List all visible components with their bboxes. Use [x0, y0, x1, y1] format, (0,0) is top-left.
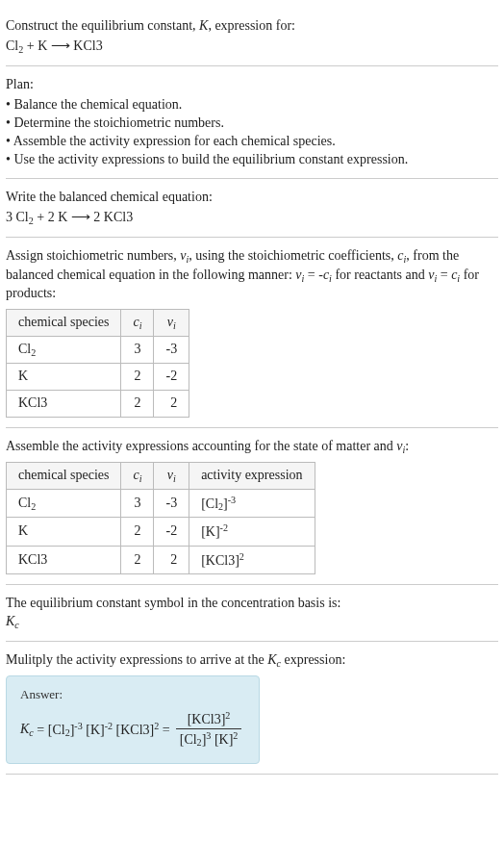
stoich-table: chemical species ci νi Cl2 3 -3 K 2 -2 K… — [6, 309, 189, 418]
cell-ci: 2 — [121, 363, 154, 390]
cell-species: Cl2 — [7, 336, 121, 363]
cell-activity: [Cl2]-3 — [189, 489, 315, 518]
table-row: K 2 -2 [K]-2 — [7, 518, 315, 546]
multiply-section: Mulitply the activity expressions to arr… — [6, 642, 498, 775]
symbol-section: The equilibrium constant symbol in the c… — [6, 585, 498, 642]
symbol-kc: Kc — [6, 613, 498, 631]
cell-species: K — [7, 363, 121, 390]
cell-activity: [KCl3]2 — [189, 546, 315, 573]
cell-vi: -3 — [154, 489, 189, 518]
table-header-row: chemical species ci νi activity expressi… — [7, 462, 315, 489]
answer-fraction: [KCl3]2 [Cl2]3 [K]2 — [176, 709, 242, 750]
col-vi: νi — [154, 462, 189, 489]
cell-vi: -2 — [154, 518, 189, 546]
col-species: chemical species — [7, 462, 121, 489]
cell-species: K — [7, 518, 121, 546]
balanced-section: Write the balanced chemical equation: 3 … — [6, 179, 498, 238]
balanced-equation: 3 Cl2 + 2 K ⟶ 2 KCl3 — [6, 209, 498, 227]
plan-item: Use the activity expressions to build th… — [6, 151, 498, 169]
activity-section: Assemble the activity expressions accoun… — [6, 428, 498, 586]
cell-activity: [K]-2 — [189, 518, 315, 546]
fraction-denominator: [Cl2]3 [K]2 — [176, 729, 242, 750]
table-row: KCl3 2 2 — [7, 390, 189, 417]
fraction-numerator: [KCl3]2 — [176, 709, 242, 729]
col-species: chemical species — [7, 309, 121, 336]
stoich-section: Assign stoichiometric numbers, νi, using… — [6, 238, 498, 427]
col-activity: activity expression — [189, 462, 315, 489]
cell-vi: 2 — [154, 390, 189, 417]
plan-section: Plan: Balance the chemical equation. Det… — [6, 66, 498, 179]
cell-species: Cl2 — [7, 489, 121, 518]
plan-item: Determine the stoichiometric numbers. — [6, 114, 498, 133]
prompt-line: Construct the equilibrium constant, K, e… — [6, 17, 498, 36]
cell-ci: 2 — [121, 518, 154, 546]
cell-ci: 3 — [121, 336, 154, 363]
stoich-intro: Assign stoichiometric numbers, νi, using… — [6, 247, 498, 302]
table-header-row: chemical species ci νi — [7, 309, 189, 336]
cell-ci: 2 — [121, 390, 154, 417]
cell-ci: 3 — [121, 489, 154, 518]
multiply-line: Mulitply the activity expressions to arr… — [6, 651, 498, 670]
cell-species: KCl3 — [7, 390, 121, 417]
cell-vi: -3 — [154, 336, 189, 363]
col-vi: νi — [154, 309, 189, 336]
table-row: K 2 -2 — [7, 363, 189, 390]
balanced-header: Write the balanced chemical equation: — [6, 189, 498, 207]
plan-header: Plan: — [6, 76, 498, 94]
answer-box: Answer: Kc = [Cl2]-3 [K]-2 [KCl3]2 = [KC… — [6, 675, 260, 764]
col-ci: ci — [121, 309, 154, 336]
activity-intro: Assemble the activity expressions accoun… — [6, 438, 498, 456]
cell-vi: -2 — [154, 363, 189, 390]
answer-lhs: Kc = [Cl2]-3 [K]-2 [KCl3]2 = — [20, 720, 170, 740]
plan-list: Balance the chemical equation. Determine… — [6, 96, 498, 169]
table-row: KCl3 2 2 [KCl3]2 — [7, 546, 315, 573]
cell-ci: 2 — [121, 546, 154, 573]
table-row: Cl2 3 -3 — [7, 336, 189, 363]
plan-item: Assemble the activity expression for eac… — [6, 133, 498, 151]
cell-vi: 2 — [154, 546, 189, 573]
cell-species: KCl3 — [7, 546, 121, 573]
table-row: Cl2 3 -3 [Cl2]-3 — [7, 489, 315, 518]
prompt-section: Construct the equilibrium constant, K, e… — [6, 8, 498, 66]
symbol-line: The equilibrium constant symbol in the c… — [6, 595, 498, 613]
plan-item: Balance the chemical equation. — [6, 96, 498, 114]
answer-label: Answer: — [20, 686, 241, 703]
prompt-equation: Cl2 + K ⟶ KCl3 — [6, 38, 498, 56]
col-ci: ci — [121, 462, 154, 489]
answer-expression: Kc = [Cl2]-3 [K]-2 [KCl3]2 = [KCl3]2 [Cl… — [20, 709, 241, 750]
activity-table: chemical species ci νi activity expressi… — [6, 462, 315, 575]
